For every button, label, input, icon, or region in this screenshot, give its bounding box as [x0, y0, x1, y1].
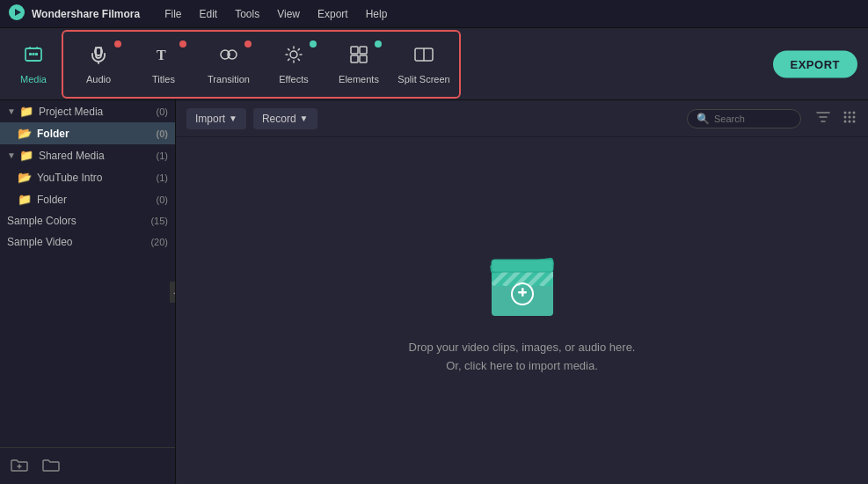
main-content: ▼ 📁 Project Media (0) 📂 Folder (0) ▼ 📁 S… [0, 100, 868, 484]
new-folder-icon[interactable] [42, 457, 60, 476]
toolbar-media-button[interactable]: Media [7, 35, 60, 93]
menu-file[interactable]: File [157, 6, 188, 22]
elements-dot [375, 40, 382, 48]
svg-text:T: T [157, 48, 166, 62]
title-bar: Wondershare Filmora File Edit Tools View… [0, 0, 868, 28]
svg-point-25 [853, 120, 856, 122]
toolbar-splitscreen-button[interactable]: Split Screen [392, 35, 456, 93]
toolbar-effects-button[interactable]: Effects [262, 35, 325, 93]
menu-edit[interactable]: Edit [192, 6, 224, 22]
youtube-intro-label: YouTube Intro [37, 172, 103, 184]
audio-dot [114, 40, 121, 48]
import-chevron-icon: ▼ [229, 114, 237, 123]
record-chevron-icon: ▼ [300, 114, 309, 123]
toolbar-group: Audio T Titles Transition [62, 30, 461, 99]
sample-colors-label: Sample Colors [7, 215, 77, 227]
sidebar-item-youtube-intro[interactable]: 📂 YouTube Intro (1) [0, 166, 175, 188]
svg-rect-14 [360, 55, 367, 62]
record-button[interactable]: Record ▼ [253, 108, 317, 129]
menu-view[interactable]: View [270, 6, 307, 22]
svg-rect-35 [522, 288, 524, 297]
audio-label: Audio [86, 74, 111, 84]
search-box: 🔍 [687, 109, 801, 128]
sidebar-footer [0, 447, 175, 484]
transition-dot [244, 40, 252, 48]
menu-help[interactable]: Help [359, 6, 395, 22]
import-button[interactable]: Import ▼ [186, 108, 246, 129]
svg-point-10 [290, 51, 297, 58]
svg-rect-11 [351, 47, 358, 54]
menu-bar: File Edit Tools View Export Help [157, 6, 394, 22]
toolbar-titles-button[interactable]: T Titles [132, 35, 195, 93]
splitscreen-label: Split Screen [398, 74, 449, 84]
titles-icon: T [153, 44, 174, 69]
sidebar-item-shared-folder[interactable]: 📁 Folder (0) [0, 188, 175, 210]
sidebar-item-sample-video[interactable]: Sample Video (20) [0, 231, 175, 253]
folder-icon: 📁 [19, 105, 33, 118]
menu-export[interactable]: Export [310, 6, 355, 22]
audio-icon [88, 44, 109, 69]
project-media-label: Project Media [39, 106, 103, 118]
shared-subfolder-icon: 📁 [18, 193, 32, 206]
drop-area-text: Drop your video clips, images, or audio … [409, 339, 636, 376]
folder-count: (0) [157, 128, 168, 139]
search-input[interactable] [714, 114, 793, 124]
youtube-intro-count: (1) [157, 172, 168, 183]
drop-text-line2: Or, click here to import media. [409, 357, 636, 376]
folder-label: Folder [37, 128, 69, 140]
svg-point-19 [853, 111, 856, 114]
sidebar: ▼ 📁 Project Media (0) 📂 Folder (0) ▼ 📁 S… [0, 100, 176, 484]
svg-rect-5 [35, 53, 38, 55]
grid-view-icon[interactable] [842, 109, 857, 128]
elements-label: Elements [339, 74, 379, 84]
svg-point-20 [844, 115, 847, 118]
add-folder-icon[interactable] [11, 457, 28, 476]
media-icon [23, 44, 44, 69]
content-area: Import ▼ Record ▼ 🔍 [176, 100, 868, 484]
drop-text-line1: Drop your video clips, images, or audio … [409, 339, 636, 357]
sidebar-item-folder[interactable]: 📂 Folder (0) [0, 122, 175, 144]
youtube-intro-icon: 📂 [18, 171, 32, 184]
shared-folder-count: (0) [157, 194, 168, 205]
sidebar-item-project-media[interactable]: ▼ 📁 Project Media (0) [0, 100, 175, 122]
svg-rect-13 [351, 55, 358, 62]
svg-rect-39 [492, 260, 553, 272]
svg-rect-3 [29, 53, 32, 55]
chevron-icon: ▼ [7, 106, 16, 116]
svg-point-21 [849, 115, 851, 118]
media-label: Media [20, 74, 47, 84]
svg-point-23 [844, 120, 847, 122]
menu-tools[interactable]: Tools [228, 6, 266, 22]
chevron-icon-shared: ▼ [7, 150, 16, 160]
sample-colors-count: (15) [150, 216, 168, 226]
transition-icon [218, 44, 239, 69]
toolbar-audio-button[interactable]: Audio [67, 35, 130, 93]
shared-media-label: Shared Media [39, 150, 105, 162]
sidebar-item-sample-colors[interactable]: Sample Colors (15) [0, 210, 175, 231]
app-name: Wondershare Filmora [32, 8, 140, 20]
toolbar-elements-button[interactable]: Elements [327, 35, 390, 93]
transition-label: Transition [208, 74, 250, 84]
export-button[interactable]: EXPORT [773, 50, 857, 77]
drop-area[interactable]: Drop your video clips, images, or audio … [176, 137, 868, 484]
shared-folder-icon: 📁 [19, 149, 33, 162]
svg-point-22 [853, 115, 856, 118]
project-media-count: (0) [157, 106, 168, 117]
effects-label: Effects [279, 74, 308, 84]
effects-dot [310, 40, 317, 48]
sidebar-content: ▼ 📁 Project Media (0) 📂 Folder (0) ▼ 📁 S… [0, 100, 175, 447]
toolbar-transition-button[interactable]: Transition [197, 35, 260, 93]
folder-open-icon: 📂 [18, 127, 32, 140]
sample-video-count: (20) [150, 237, 168, 247]
svg-rect-12 [360, 47, 367, 54]
filter-icon[interactable] [815, 109, 831, 128]
elements-icon [348, 44, 369, 69]
import-label: Import [195, 113, 225, 125]
search-icon: 🔍 [697, 113, 710, 125]
sidebar-item-shared-media[interactable]: ▼ 📁 Shared Media (1) [0, 144, 175, 166]
clapperboard-icon [483, 246, 562, 325]
sample-video-label: Sample Video [7, 236, 73, 248]
sidebar-collapse-button[interactable]: ◀ [170, 282, 176, 303]
toolbar: Media Audio T Titles [0, 28, 868, 100]
record-label: Record [262, 113, 296, 125]
